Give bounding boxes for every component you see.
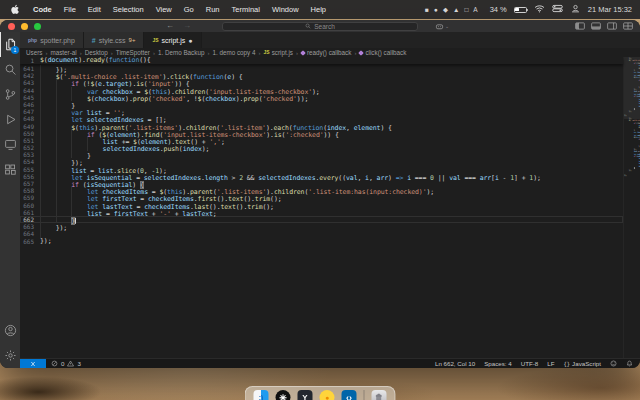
code-line-656[interactable]: 656let isSequential = selectedIndexes.le… — [20, 173, 623, 180]
line-number[interactable]: 647 — [20, 108, 40, 115]
close-window-button[interactable] — [8, 23, 15, 30]
line-number[interactable]: 659 — [20, 194, 40, 201]
activitybar-run-debug-icon[interactable] — [0, 107, 20, 132]
code-line-643[interactable]: 643if (!$(e.target).is('input')) { — [20, 79, 623, 86]
code-line-648[interactable]: 648let selectedIndexes = []; — [20, 115, 623, 122]
line-number[interactable]: 642 — [20, 72, 40, 79]
code-line-650[interactable]: 650if ($(element).find('input.list-items… — [20, 130, 623, 137]
zoom-window-button[interactable] — [34, 23, 41, 30]
tab-style-css[interactable]: #style.css9+ — [84, 32, 145, 48]
line-number[interactable]: 652 — [20, 144, 40, 151]
breadcrumb-item[interactable]: 1. demo copy 4 — [212, 49, 255, 56]
sticky-scroll-line[interactable]: 1$(document).ready(function(){ — [20, 57, 623, 64]
code-line-658[interactable]: 658let checkedItems = $(this).parent('.l… — [20, 187, 623, 194]
code-line-649[interactable]: 649$(this).parent('.list-items').childre… — [20, 123, 623, 130]
dock-chatgpt-icon[interactable]: ✳ — [276, 390, 291, 400]
line-number[interactable]: 646 — [20, 101, 40, 108]
menu-run[interactable]: Run — [200, 5, 226, 14]
line-number[interactable]: 665 — [20, 238, 40, 245]
line-number[interactable]: 662 — [20, 216, 40, 223]
breadcrumb-item[interactable]: Users — [26, 49, 42, 56]
menu-code[interactable]: Code — [27, 5, 58, 14]
code-line-655[interactable]: 655list = list.slice(0, -1); — [20, 166, 623, 173]
code-line-641[interactable]: 641}); — [20, 65, 623, 72]
window-titlebar[interactable]: ← → Search ⌄ — [0, 20, 640, 32]
line-number[interactable]: 657 — [20, 180, 40, 187]
statusbar-language[interactable]: {}JavaScript — [563, 360, 601, 367]
notifications-bell-icon[interactable] — [626, 360, 633, 367]
breadcrumb-item[interactable]: JSscript.js — [264, 49, 293, 56]
activitybar-search-icon[interactable] — [0, 57, 20, 82]
toggle-sidebar-icon[interactable] — [575, 22, 585, 30]
code-line-642[interactable]: 642$('.multi-choice .list-item').click(f… — [20, 72, 623, 79]
line-number[interactable]: 664 — [20, 230, 40, 237]
activitybar-explorer-icon[interactable]: 1 — [0, 32, 20, 57]
minimize-window-button[interactable] — [21, 23, 28, 30]
user-menu-icon[interactable] — [570, 4, 581, 15]
navigate-forward-icon[interactable]: → — [183, 22, 191, 30]
activitybar-source-control-icon[interactable] — [0, 82, 20, 107]
code-line-660[interactable]: 660let lastText = checkedItems.last().te… — [20, 202, 623, 209]
breadcrumb-item[interactable]: click() callback — [359, 49, 406, 56]
menu-window[interactable]: Window — [266, 5, 305, 14]
statusbar-indentation[interactable]: Spaces: 4 — [484, 360, 512, 367]
status-icon-1-icon[interactable]: ■ — [425, 6, 429, 13]
code-line-1[interactable]: 1$(document).ready(function(){ — [20, 57, 623, 64]
dock-vscode-icon[interactable]: ‹› — [342, 390, 357, 400]
code-line-654[interactable]: 654}); — [20, 158, 623, 165]
line-number[interactable]: 660 — [20, 202, 40, 209]
line-number[interactable]: 663 — [20, 223, 40, 230]
code-line-645[interactable]: 645$(checkbox).prop('checked', !$(checkb… — [20, 94, 623, 101]
code-line-664[interactable]: 664 — [20, 230, 623, 237]
toggle-secondary-sidebar-icon[interactable] — [607, 22, 617, 30]
activitybar-settings-icon[interactable] — [0, 343, 20, 368]
code-line-652[interactable]: 652selectedIndexes.push(index); — [20, 144, 623, 151]
apple-menu-icon[interactable] — [10, 4, 21, 16]
code-area[interactable]: 641});642$('.multi-choice .list-item').c… — [20, 65, 623, 358]
status-icon-5-icon[interactable]: □ — [464, 6, 468, 13]
line-number[interactable]: 644 — [20, 87, 40, 94]
breadcrumb-item[interactable]: ready() callback — [301, 49, 351, 56]
status-icon-4-icon[interactable]: ▲ — [453, 6, 459, 13]
line-number[interactable]: 1 — [20, 57, 40, 64]
control-center-icon[interactable] — [552, 4, 563, 15]
line-number[interactable]: 643 — [20, 79, 40, 86]
breadcrumb-item[interactable]: master-al — [50, 49, 76, 56]
code-line-665[interactable]: 665}); — [20, 238, 623, 245]
menu-help[interactable]: Help — [305, 5, 332, 14]
line-number[interactable]: 645 — [20, 94, 40, 101]
dock-trash-icon[interactable]: 🗑 — [372, 390, 387, 400]
line-number[interactable]: 654 — [20, 158, 40, 165]
minimap[interactable]: });$('.multi-choice .list-item').click(f… — [623, 57, 640, 358]
status-icon-6-icon[interactable]: A — [473, 6, 477, 13]
customize-layout-icon[interactable] — [623, 22, 633, 30]
line-number[interactable]: 648 — [20, 115, 40, 122]
menu-view[interactable]: View — [150, 5, 178, 14]
toggle-panel-icon[interactable] — [591, 22, 601, 30]
breadcrumb-item[interactable]: TimeSpotter — [116, 49, 150, 56]
line-number[interactable]: 649 — [20, 123, 40, 130]
statusbar-cursor-position[interactable]: Ln 662, Col 10 — [435, 360, 475, 367]
menu-edit[interactable]: Edit — [82, 5, 107, 14]
dock-duck-icon[interactable]: ● — [320, 390, 335, 400]
status-icon-2-icon[interactable]: ● — [434, 6, 438, 13]
menu-terminal[interactable]: Terminal — [226, 5, 266, 14]
code-line-665[interactable]: }); — [624, 174, 640, 176]
line-number[interactable]: 641 — [20, 65, 40, 72]
unsaved-dot-icon[interactable]: ● — [188, 37, 192, 44]
dock-finder-icon[interactable]: :) — [254, 390, 269, 400]
activitybar-account-icon[interactable] — [0, 318, 20, 343]
tab-script-js[interactable]: JSscript.js● — [144, 32, 201, 48]
line-number[interactable]: 658 — [20, 187, 40, 194]
code-line-663[interactable]: 663}); — [20, 223, 623, 230]
line-number[interactable]: 655 — [20, 166, 40, 173]
menu-go[interactable]: Go — [178, 5, 200, 14]
statusbar-encoding[interactable]: UTF-8 — [521, 360, 539, 367]
remote-indicator[interactable] — [20, 359, 46, 368]
dock-browser-y-icon[interactable]: Y — [298, 390, 313, 400]
code-line-661[interactable]: 661list = firstText + '-' + lastText; — [20, 209, 623, 216]
navigate-back-icon[interactable]: ← — [166, 22, 174, 30]
breadcrumb-item[interactable]: Desktop — [85, 49, 108, 56]
problems-indicator[interactable]: 0 3 — [51, 360, 81, 367]
wifi-icon[interactable] — [534, 4, 545, 15]
